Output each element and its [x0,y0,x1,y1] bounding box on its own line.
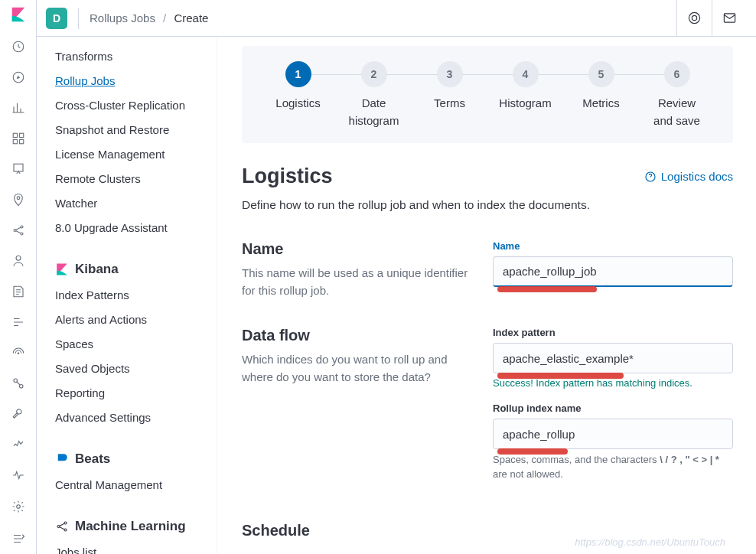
breadcrumb-parent[interactable]: Rollups Jobs [90,11,155,24]
svg-point-10 [21,233,23,235]
sidebar-item-license-management[interactable]: License Management [55,142,217,167]
breadcrumb-current: Create [174,11,208,24]
help-icon[interactable] [676,0,712,37]
dataflow-heading: Data flow [242,327,471,344]
kibana-icon [55,262,69,276]
sidebar-item-index-patterns[interactable]: Index Patterns [55,283,217,308]
svg-point-16 [689,12,699,23]
svg-point-8 [14,230,16,232]
sidebar: TransformsRollup JobsCross-Cluster Repli… [37,37,217,554]
rollup-index-label: Rollup index name [493,402,733,414]
dashboard-icon[interactable] [11,132,26,145]
topbar: D Rollups Jobs / Create [37,0,756,37]
svg-point-21 [64,529,67,531]
siem-icon[interactable] [11,376,26,390]
step-review-and-save[interactable]: 6Reviewand save [639,61,715,129]
index-pattern-input[interactable] [493,343,733,373]
stack-icon[interactable] [11,438,26,451]
index-pattern-help: Success! Index pattern has matching indi… [493,377,733,389]
name-label: Name [493,240,733,252]
ml-icon[interactable] [11,223,26,237]
sidebar-item-remote-clusters[interactable]: Remote Clusters [55,167,217,191]
svg-point-12 [18,353,19,354]
beats-icon [55,452,69,466]
sidebar-item-8-0-upgrade-assistant[interactable]: 8.0 Upgrade Assistant [55,216,217,240]
docs-link[interactable]: Logistics docs [644,170,733,183]
infra-icon[interactable] [11,254,26,268]
icon-rail [0,0,37,554]
sidebar-item-cross-cluster-replication[interactable]: Cross-Cluster Replication [55,93,217,118]
name-input[interactable] [493,256,733,287]
divider [78,8,79,29]
dev-icon[interactable] [11,407,26,421]
sidebar-item-reporting[interactable]: Reporting [55,381,217,406]
annotation-mark [497,286,597,292]
sidebar-item-watcher[interactable]: Watcher [55,191,217,216]
svg-point-7 [17,197,20,200]
sidebar-item-jobs-list[interactable]: Jobs list [55,540,217,554]
svg-rect-5 [19,140,23,144]
maps-icon[interactable] [11,193,26,207]
kibana-logo-icon[interactable] [10,6,27,23]
apm-icon[interactable] [11,315,26,329]
sidebar-item-central-management[interactable]: Central Management [55,473,217,497]
svg-rect-3 [19,133,23,137]
sidebar-item-saved-objects[interactable]: Saved Objects [55,357,217,381]
svg-rect-6 [14,164,23,171]
step-date-histogram[interactable]: 2Datehistogram [336,61,412,129]
svg-rect-4 [13,140,17,144]
recent-icon[interactable] [11,40,26,54]
svg-point-11 [16,256,21,260]
management-icon[interactable] [11,499,26,514]
collapse-icon[interactable] [11,531,26,546]
schedule-heading: Schedule [242,522,471,539]
kibana-section: Kibana [55,262,217,277]
sidebar-item-rollup-jobs[interactable]: Rollup Jobs [55,69,217,93]
annotation-mark [497,373,624,379]
ml-section: Machine Learning [55,519,217,534]
page-content: 1Logistics2Datehistogram3Terms4Histogram… [217,37,756,554]
step-logistics[interactable]: 1Logistics [260,61,336,129]
index-pattern-label: Index pattern [493,327,733,338]
name-description: This name will be used as a unique ident… [242,264,471,300]
svg-point-17 [692,15,696,20]
ml-section-icon [55,520,69,533]
monitor-icon[interactable] [11,468,26,482]
svg-rect-18 [724,14,735,22]
sidebar-item-advanced-settings[interactable]: Advanced Settings [55,406,217,430]
sidebar-item-alerts-and-actions[interactable]: Alerts and Actions [55,308,217,332]
uptime-icon[interactable] [11,346,26,360]
sidebar-item-snapshot-and-restore[interactable]: Snapshot and Restore [55,118,217,142]
discover-icon[interactable] [11,70,26,84]
name-heading: Name [242,240,471,258]
rollup-index-input[interactable] [493,419,733,449]
svg-point-20 [64,522,67,524]
svg-rect-2 [13,133,17,137]
beats-section: Beats [55,451,217,467]
step-metrics[interactable]: 5Metrics [563,61,639,129]
step-terms[interactable]: 3Terms [412,61,487,129]
svg-point-9 [21,226,23,228]
step-histogram[interactable]: 4Histogram [487,61,563,129]
sidebar-item-transforms[interactable]: Transforms [55,44,217,69]
page-description: Define how to run the rollup job and whe… [242,196,609,214]
annotation-mark [497,448,568,455]
page-title: Logistics [242,165,333,188]
space-selector[interactable]: D [46,8,67,29]
dataflow-description: Which indices do you want to roll up and… [242,350,471,386]
stepper: 1Logistics2Datehistogram3Terms4Histogram… [242,46,733,143]
sidebar-item-spaces[interactable]: Spaces [55,332,217,357]
breadcrumb: Rollups Jobs / Create [90,11,208,24]
svg-point-15 [16,505,20,509]
logs-icon[interactable] [11,285,26,298]
svg-point-19 [57,526,60,528]
mail-icon[interactable] [712,0,747,37]
visualize-icon[interactable] [11,101,26,115]
rollup-index-help: Spaces, commas, and the characters \ / ?… [493,453,733,482]
canvas-icon[interactable] [11,162,26,176]
